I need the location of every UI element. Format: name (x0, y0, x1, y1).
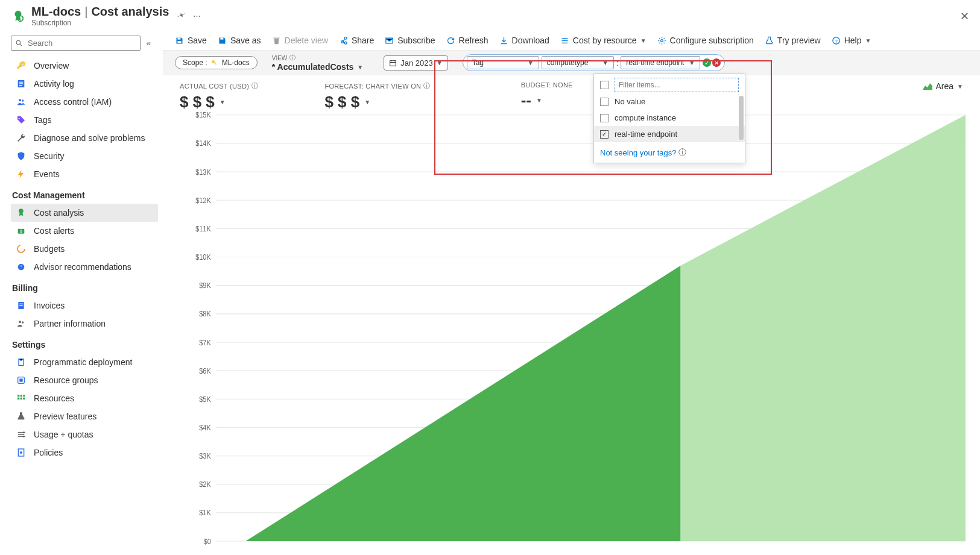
scope-selector[interactable]: Scope : ML-docs (175, 56, 258, 69)
filter-key-select[interactable]: computetype ▼ (542, 56, 614, 69)
advisor-icon (16, 262, 27, 272)
filter-dimension-select[interactable]: Tag ▼ (467, 56, 539, 69)
share-button[interactable]: Share (339, 36, 374, 45)
svg-text:$9K: $9K (199, 281, 211, 290)
sidebar-item-tags[interactable]: Tags (11, 111, 158, 129)
svg-text:$6K: $6K (199, 366, 211, 375)
sidebar-section-settings: Settings (11, 333, 158, 353)
sidebar-item-label: Resource groups (34, 375, 98, 385)
chevron-down-icon: ▼ (640, 37, 646, 44)
actual-cost-metric[interactable]: ACTUAL COST (USD) ⓘ $ $ $ ▼ (180, 81, 258, 111)
sidebar-item-cost-alerts[interactable]: $Cost alerts (11, 222, 158, 240)
dropdown-scrollbar[interactable] (739, 96, 744, 140)
sidebar-item-policies[interactable]: Policies (11, 444, 158, 462)
svg-rect-28 (177, 37, 180, 39)
forecast-metric[interactable]: FORECAST: CHART VIEW ON ⓘ $ $ $ ▼ (324, 81, 430, 111)
sidebar: « OverviewActivity logAccess control (IA… (0, 31, 163, 555)
shield-icon (16, 151, 27, 161)
sidebar-item-label: Activity log (34, 79, 74, 89)
iam-icon (16, 96, 27, 107)
select-all-checkbox[interactable] (600, 81, 609, 89)
help-button[interactable]: ? Help ▼ (832, 36, 871, 45)
dropdown-option-label: No value (615, 97, 645, 106)
sidebar-item-cost-analysis[interactable]: Cost analysis (11, 204, 158, 222)
try-preview-button[interactable]: Try preview (765, 36, 821, 45)
search-input[interactable] (27, 38, 136, 48)
sidebar-item-events[interactable]: Events (11, 165, 158, 183)
chevron-down-icon: ▼ (437, 60, 443, 66)
svg-text:$7K: $7K (199, 338, 211, 347)
svg-rect-20 (17, 395, 19, 397)
cost-by-resource-button[interactable]: Cost by resource ▼ (560, 36, 646, 45)
save-button[interactable]: Save (175, 36, 207, 45)
chevron-down-icon: ▼ (364, 99, 370, 105)
info-icon: ⓘ (423, 81, 430, 90)
download-button[interactable]: Download (499, 36, 549, 45)
remove-filter-icon[interactable]: ✕ (712, 58, 721, 67)
configure-subscription-button[interactable]: Configure subscription (657, 36, 754, 45)
svg-rect-25 (23, 398, 25, 400)
sidebar-item-overview[interactable]: Overview (11, 57, 158, 75)
subscribe-button[interactable]: Subscribe (385, 36, 435, 45)
dropdown-option[interactable]: compute instance (594, 110, 745, 126)
dropdown-option[interactable]: ✓real-time endpoint (594, 126, 745, 142)
date-range-selector[interactable]: Jan 2023 ▼ (384, 55, 447, 71)
sidebar-item-label: Invoices (34, 301, 65, 310)
filter-value-select[interactable]: real-time endpoint ▼ (621, 56, 700, 69)
search-icon (15, 39, 23, 47)
svg-rect-24 (21, 398, 22, 400)
sidebar-item-preview-features[interactable]: Preview features (11, 407, 158, 425)
more-icon[interactable]: ⋯ (193, 11, 201, 20)
svg-rect-21 (21, 395, 22, 397)
delete-view-button: Delete view (272, 36, 328, 45)
main-content: Save Save as Delete view Share Subscribe (163, 31, 980, 555)
svg-point-6 (19, 99, 21, 101)
dropdown-filter-input[interactable] (615, 78, 739, 92)
refresh-button[interactable]: Refresh (446, 36, 488, 45)
sidebar-item-resources[interactable]: Resources (11, 389, 158, 407)
search-input-wrap[interactable] (11, 36, 141, 51)
dropdown-option[interactable]: No value (594, 93, 745, 110)
chart-type-selector[interactable]: Area ▼ (923, 81, 963, 91)
dropdown-option-label: compute instance (615, 113, 676, 122)
sidebar-item-diagnose-and-solve-problems[interactable]: Diagnose and solve problems (11, 129, 158, 147)
apply-filter-icon[interactable]: ✓ (703, 58, 711, 67)
cost-icon (16, 207, 27, 218)
close-button[interactable]: ✕ (960, 10, 969, 23)
filter-pill: Tag ▼ computetype ▼ : real-time endpoint… (463, 54, 726, 71)
sidebar-item-partner-information[interactable]: Partner information (11, 315, 158, 333)
view-selector[interactable]: VIEW ⓘ * AccumulatedCosts ▼ (272, 54, 364, 72)
collapse-sidebar-button[interactable]: « (147, 39, 151, 48)
sidebar-nav[interactable]: OverviewActivity logAccess control (IAM)… (11, 57, 163, 555)
page-title: Cost analysis (91, 5, 169, 19)
sidebar-item-programmatic-deployment[interactable]: Programmatic deployment (11, 353, 158, 371)
chevron-down-icon: ▼ (957, 83, 963, 90)
sidebar-item-label: Access control (IAM) (34, 97, 112, 107)
sidebar-item-access-control-iam-[interactable]: Access control (IAM) (11, 93, 158, 111)
pin-icon[interactable] (177, 11, 186, 20)
info-icon: ⓘ (678, 147, 686, 158)
sidebar-item-activity-log[interactable]: Activity log (11, 75, 158, 93)
chevron-down-icon: ▼ (865, 37, 871, 44)
sidebar-item-resource-groups[interactable]: Resource groups (11, 371, 158, 389)
preview-icon (16, 411, 27, 422)
svg-rect-4 (19, 83, 24, 84)
info-icon: ⓘ (251, 81, 258, 90)
filter-separator: : (616, 58, 619, 67)
sidebar-item-label: Events (34, 169, 60, 179)
sidebar-item-budgets[interactable]: Budgets (11, 240, 158, 258)
save-as-button[interactable]: Save as (218, 36, 261, 45)
sidebar-item-security[interactable]: Security (11, 147, 158, 165)
sidebar-item-usage-quotas[interactable]: Usage + quotas (11, 425, 158, 444)
tags-help-link[interactable]: Not seeing your tags? ⓘ (594, 142, 745, 163)
budget-metric[interactable]: BUDGET: NONE -- ▼ (521, 81, 573, 110)
svg-text:$8K: $8K (199, 310, 211, 319)
sidebar-item-label: Partner information (34, 319, 106, 328)
control-bar: Scope : ML-docs VIEW ⓘ * AccumulatedCost… (163, 50, 980, 75)
sidebar-item-advisor-recommendations[interactable]: Advisor recommendations (11, 258, 158, 276)
page-header: ML-docs | Cost analysis Subscription ⋯ ✕ (0, 0, 980, 31)
sidebar-item-invoices[interactable]: Invoices (11, 296, 158, 315)
svg-point-1 (16, 40, 21, 45)
metrics-row: ACTUAL COST (USD) ⓘ $ $ $ ▼ FORECAST: CH… (163, 75, 980, 111)
svg-text:$14K: $14K (195, 139, 211, 148)
